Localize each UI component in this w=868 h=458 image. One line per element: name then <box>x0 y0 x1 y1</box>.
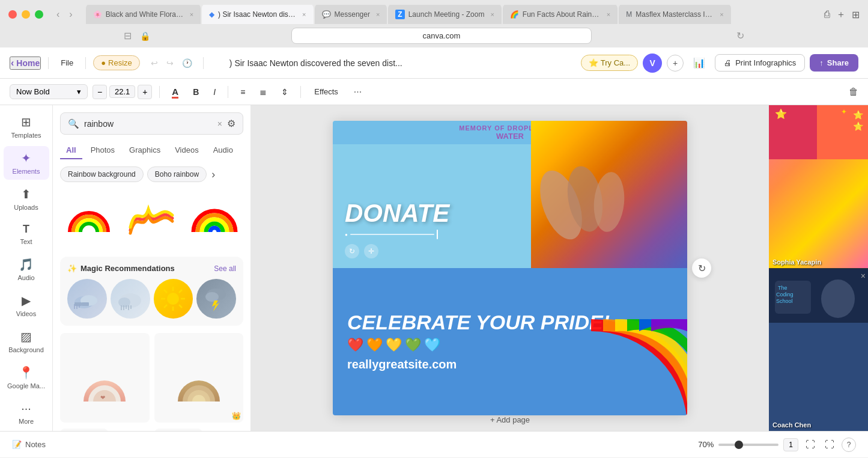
tab-3-close[interactable]: × <box>376 11 380 18</box>
add-collaborator-button[interactable]: + <box>667 55 684 72</box>
tab-2[interactable]: ◆ ) Sir Isaac Newton discover... × <box>202 5 313 24</box>
element-rainbow-1[interactable] <box>60 189 118 247</box>
see-all-button[interactable]: See all <box>214 264 236 273</box>
try-canva-button[interactable]: ⭐ Try Ca... <box>581 55 638 71</box>
magic-item-3[interactable] <box>154 279 193 319</box>
hands-image-area <box>531 121 687 268</box>
search-clear-button[interactable]: × <box>217 119 222 129</box>
tab-photos[interactable]: Photos <box>85 142 121 159</box>
spacing-button[interactable]: ⇕ <box>276 85 293 99</box>
magic-item-1[interactable] <box>67 279 107 319</box>
fullscreen-button[interactable]: ⛶ <box>822 437 837 453</box>
coach-panel-close[interactable]: × <box>861 271 866 281</box>
tab-6-close[interactable]: × <box>720 11 723 18</box>
more-options-button[interactable]: ··· <box>349 84 366 100</box>
back-button[interactable]: ‹ <box>53 8 63 21</box>
italic-button[interactable]: I <box>208 85 220 99</box>
boho-section: ❤ <box>60 333 243 423</box>
tab-2-close[interactable]: × <box>302 11 306 18</box>
tag-more-button[interactable]: › <box>210 166 216 182</box>
tab-3[interactable]: 💬 Messenger × <box>315 5 387 24</box>
zoom-slider[interactable] <box>718 444 778 446</box>
svg-text:✦: ✦ <box>841 108 847 116</box>
tab-5[interactable]: 🌈 Fun Facts About Rainbows × <box>503 5 618 24</box>
resize-button[interactable]: ● Resize <box>93 55 140 70</box>
font-size-value[interactable]: 22.1 <box>109 85 135 98</box>
sidebar-item-text[interactable]: T Text <box>4 218 49 250</box>
tab-videos[interactable]: Videos <box>169 142 205 159</box>
element-rainbow-2[interactable] <box>123 189 180 247</box>
tab-1-close[interactable]: × <box>190 11 193 18</box>
file-button[interactable]: File <box>56 56 78 70</box>
tag-boho-rainbow[interactable]: Boho rainbow <box>147 166 207 182</box>
traffic-light-red[interactable] <box>8 10 17 19</box>
redo-button[interactable]: ↪ <box>163 56 177 70</box>
user-avatar[interactable]: V <box>643 53 662 73</box>
element-rainbow-3[interactable] <box>186 189 243 247</box>
notes-button[interactable]: 📝 Notes <box>12 440 46 449</box>
home-button[interactable]: ‹ Home <box>10 56 41 70</box>
tab-4-close[interactable]: × <box>490 11 494 18</box>
share-browser-btn[interactable]: ⎙ <box>824 8 830 21</box>
sidebar-item-videos[interactable]: ▶ Videos <box>4 289 49 322</box>
align-button[interactable]: ≡ <box>235 85 250 99</box>
undo-button[interactable]: ↩ <box>147 56 162 70</box>
effects-button[interactable]: Effects <box>308 85 344 99</box>
traffic-light-green[interactable] <box>35 10 43 19</box>
tab-6[interactable]: M Masflex Masterclass Inducti... × <box>619 5 730 24</box>
fit-page-button[interactable]: ⛶ <box>803 437 818 453</box>
sidebar-item-audio[interactable]: 🎵 Audio <box>4 252 49 286</box>
magic-item-4[interactable] <box>196 279 236 319</box>
tab-5-close[interactable]: × <box>607 11 610 18</box>
share-button[interactable]: ↑ Share <box>810 54 858 72</box>
tab-all[interactable]: All <box>60 142 82 159</box>
sidebar-item-uploads[interactable]: ⬆ Uploads <box>4 182 49 216</box>
sidebar-item-templates[interactable]: ⊞ Templates <box>4 110 49 144</box>
tab-4[interactable]: Z Launch Meeting - Zoom × <box>388 5 502 24</box>
sidebar-item-elements[interactable]: ✦ Elements <box>4 146 49 180</box>
wave-rainbow-element[interactable] <box>60 429 108 431</box>
page-indicator[interactable]: 1 <box>783 438 798 451</box>
left-sidebar: ⊞ Templates ✦ Elements ⬆ Uploads T Text … <box>0 105 53 431</box>
notes-icon: 📝 <box>12 440 22 449</box>
text-color-button[interactable]: A <box>167 84 183 99</box>
rotate-control[interactable]: ↻ <box>345 244 359 258</box>
version-history-button[interactable]: 🕐 <box>178 56 196 70</box>
address-bar[interactable]: canva.com <box>291 28 592 44</box>
boho-arch-pink[interactable]: ❤ <box>60 333 150 423</box>
boho-arch-brown[interactable]: 👑 👑 <box>154 333 244 423</box>
svg-point-42 <box>821 279 855 318</box>
tag-rainbow-background[interactable]: Rainbow background <box>60 166 144 182</box>
sidebar-item-more[interactable]: ··· More <box>4 397 49 430</box>
sidebar-item-background[interactable]: ▨ Background <box>4 325 49 358</box>
add-page-button[interactable]: + Add page <box>490 415 530 424</box>
list-button[interactable]: ≣ <box>255 85 272 99</box>
extensions-btn[interactable]: ⊞ <box>852 8 860 21</box>
donate-text[interactable]: DONATE <box>345 201 449 226</box>
traffic-light-yellow[interactable] <box>22 10 30 19</box>
tab-audio[interactable]: Audio <box>207 142 239 159</box>
bold-button[interactable]: B <box>188 85 204 99</box>
print-button[interactable]: 🖨 Print Infographics <box>715 54 805 72</box>
svg-line-22 <box>164 305 167 308</box>
search-filter-button[interactable]: ⚙ <box>227 118 235 129</box>
sidebar-item-google-maps[interactable]: 📍 Google Ma... <box>4 361 49 394</box>
delete-button[interactable]: 🗑 <box>849 87 858 97</box>
tab-graphics[interactable]: Graphics <box>123 142 166 159</box>
help-button[interactable]: ? <box>842 438 856 452</box>
magic-item-2[interactable] <box>111 279 150 319</box>
reload-btn[interactable]: ↻ <box>733 29 748 43</box>
search-input[interactable] <box>84 119 213 129</box>
decrease-font-size[interactable]: − <box>93 85 107 99</box>
move-control[interactable]: ✛ <box>364 244 378 258</box>
bottom-bar: 📝 Notes 70% 1 ⛶ ⛶ ? <box>0 431 868 457</box>
sidebar-toggle[interactable]: ⊟ <box>120 29 135 43</box>
new-tab-btn[interactable]: ＋ <box>836 8 846 21</box>
font-selector[interactable]: Now Bold ▾ <box>10 84 88 99</box>
increase-font-size[interactable]: + <box>138 85 152 99</box>
analytics-button[interactable]: 📊 <box>688 55 710 71</box>
tab-1[interactable]: 🌸 Black and White Floral Clas... × <box>86 5 201 24</box>
forward-button[interactable]: › <box>65 8 76 21</box>
gradient-rainbow-element[interactable] <box>154 429 202 431</box>
canvas-refresh-button[interactable]: ↻ <box>692 258 711 278</box>
